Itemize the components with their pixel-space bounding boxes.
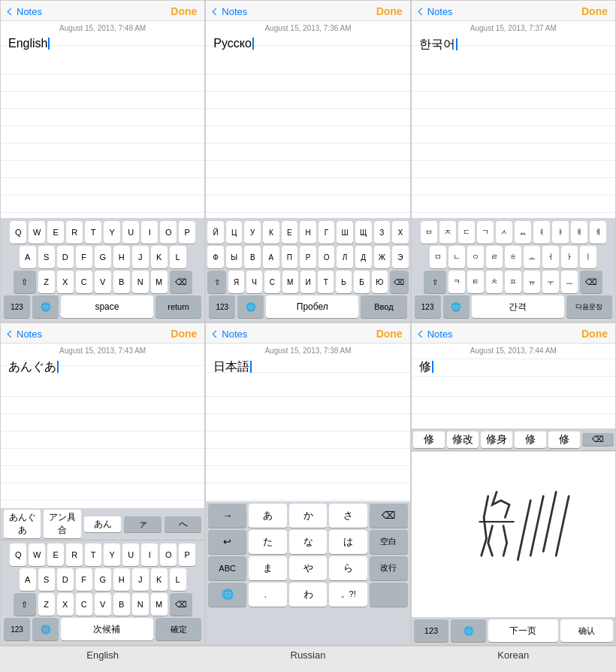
key-ь[interactable]: Ь (336, 271, 352, 293)
key-M[interactable]: M (151, 271, 168, 293)
done-button-chinese[interactable]: Done (581, 328, 608, 340)
key-ㄴ[interactable]: ㄴ (448, 246, 465, 268)
key-jp-B[interactable]: B (113, 593, 130, 616)
kana-arrow-right[interactable]: → (208, 504, 246, 528)
note-content-russian[interactable]: Русско (206, 34, 409, 218)
key-ㅋ[interactable]: ㅋ (448, 271, 465, 293)
key-T[interactable]: T (85, 221, 101, 244)
key-X[interactable]: X (57, 271, 74, 293)
key-ㅍ[interactable]: ㅍ (505, 271, 521, 293)
key-а[interactable]: А (263, 246, 279, 268)
key-N[interactable]: N (132, 271, 149, 293)
key-ю[interactable]: Ю (372, 271, 388, 293)
key-jp-Z[interactable]: Z (38, 593, 55, 616)
key-jp-Y[interactable]: Y (104, 543, 120, 566)
kana-sa[interactable]: さ (329, 504, 367, 528)
handwriting-area-chinese[interactable] (412, 451, 615, 617)
key-jp-I[interactable]: I (141, 543, 158, 566)
kana-globe[interactable]: 🌐 (208, 583, 246, 607)
key-ㅣ[interactable]: ㅣ (580, 246, 596, 268)
key-C[interactable]: C (76, 271, 92, 293)
key-jp-G[interactable]: G (95, 568, 111, 591)
note-content-english[interactable]: English (1, 34, 204, 218)
key-г[interactable]: Г (319, 221, 335, 244)
globe-key-korean[interactable]: 🌐 (443, 295, 470, 318)
key-U[interactable]: U (122, 221, 139, 244)
num-key-korean[interactable]: 123 (415, 295, 441, 318)
done-button-jp-romanji[interactable]: Done (171, 328, 197, 340)
key-п[interactable]: П (282, 246, 298, 268)
key-jp-L[interactable]: L (170, 568, 186, 591)
kana-ka[interactable]: か (289, 504, 328, 528)
key-ㄱ[interactable]: ㄱ (477, 221, 494, 244)
done-button-korean[interactable]: Done (581, 5, 608, 17)
key-jp-X[interactable]: X (57, 593, 74, 616)
key-Q[interactable]: Q (10, 221, 26, 244)
kana-a[interactable]: あ (249, 504, 287, 528)
candidate-5[interactable]: 修 (548, 431, 580, 448)
key-ㅓ[interactable]: ㅓ (542, 246, 559, 268)
key-р[interactable]: Р (300, 246, 316, 268)
key-й[interactable]: Й (207, 221, 224, 244)
key-jp-R[interactable]: R (66, 543, 83, 566)
return-key-jp[interactable]: 確定 (156, 618, 201, 640)
key-ㅕ[interactable]: ㅕ (533, 221, 550, 244)
key-ㅈ[interactable]: ㅈ (439, 221, 456, 244)
key-jp-D[interactable]: D (57, 568, 74, 591)
candidate-2[interactable]: 修改 (447, 431, 479, 448)
key-jp-M[interactable]: M (151, 593, 168, 616)
key-ㅔ[interactable]: ㅔ (590, 221, 606, 244)
num-key-jp[interactable]: 123 (4, 618, 30, 640)
done-button-russian[interactable]: Done (376, 5, 403, 17)
done-button-english[interactable]: Done (171, 5, 197, 17)
kana-space[interactable]: 空白 (370, 530, 408, 554)
back-button-russian[interactable]: Notes (213, 6, 247, 17)
key-jp-U[interactable]: U (122, 543, 139, 566)
key-з[interactable]: З (374, 221, 391, 244)
key-ц[interactable]: Ц (226, 221, 243, 244)
key-D[interactable]: D (57, 246, 74, 268)
key-у[interactable]: У (244, 221, 261, 244)
space-key-jp[interactable]: 次候補 (61, 618, 153, 640)
key-ㅛ[interactable]: ㅛ (515, 221, 531, 244)
key-jp-E[interactable]: E (47, 543, 64, 566)
key-S[interactable]: S (38, 246, 55, 268)
kana-ha[interactable]: は (329, 530, 367, 554)
key-jp-K[interactable]: K (151, 568, 168, 591)
key-jp-V[interactable]: V (95, 593, 111, 616)
key-и[interactable]: И (300, 271, 316, 293)
key-P[interactable]: P (179, 221, 195, 244)
key-W[interactable]: W (29, 221, 45, 244)
kana-abc[interactable]: ABC (208, 556, 246, 580)
key-R[interactable]: R (66, 221, 83, 244)
key-т[interactable]: Т (318, 271, 334, 293)
kana-punct2[interactable]: 。?! (329, 583, 367, 607)
candidate-1[interactable]: 修 (413, 431, 445, 448)
suggestion-2[interactable]: アン具合 (44, 510, 80, 538)
space-key-korean[interactable]: 간격 (472, 295, 564, 318)
note-content-jp-kana[interactable]: 日本語 (206, 356, 409, 501)
kana-punct1[interactable]: 、 (249, 583, 287, 607)
key-в[interactable]: В (244, 246, 261, 268)
key-jp-H[interactable]: H (113, 568, 130, 591)
candidate-3[interactable]: 修身 (481, 431, 512, 448)
globe-key-english[interactable]: 🌐 (32, 295, 59, 318)
key-I[interactable]: I (141, 221, 158, 244)
key-jp-A[interactable]: A (20, 568, 36, 591)
key-ㅂ[interactable]: ㅂ (421, 221, 437, 244)
space-key-russian[interactable]: Пробел (266, 295, 358, 318)
key-ㅊ[interactable]: ㅊ (486, 271, 503, 293)
key-ㅑ[interactable]: ㅑ (552, 221, 569, 244)
kana-ta[interactable]: た (249, 530, 287, 554)
kana-ma[interactable]: ま (249, 556, 287, 580)
key-ㄹ[interactable]: ㄹ (486, 246, 503, 268)
back-button-chinese[interactable]: Notes (419, 328, 453, 340)
key-я[interactable]: Я (228, 271, 244, 293)
key-Z[interactable]: Z (38, 271, 55, 293)
key-ㅡ[interactable]: ㅡ (561, 271, 578, 293)
return-key-russian[interactable]: Ввод (361, 295, 406, 318)
return-key-korean[interactable]: 다음문장 (566, 295, 612, 318)
key-ㅌ[interactable]: ㅌ (467, 271, 484, 293)
kana-ya[interactable]: や (289, 556, 328, 580)
key-х[interactable]: Х (392, 221, 409, 244)
